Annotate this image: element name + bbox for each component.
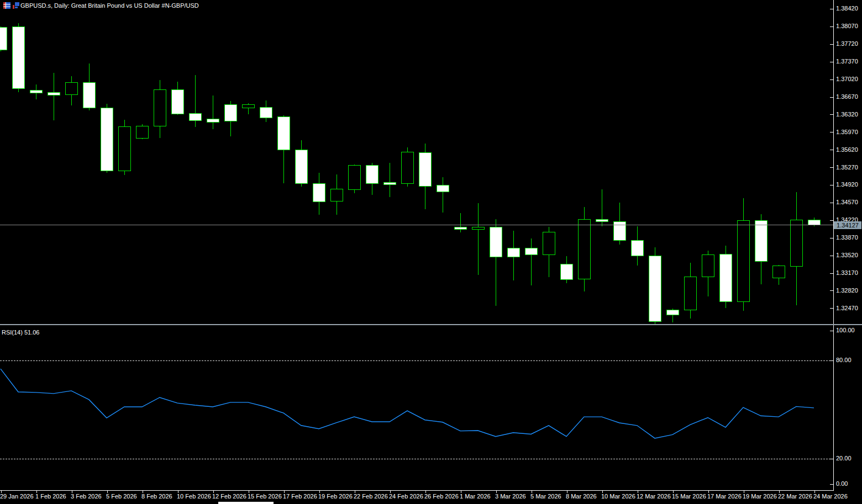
price-axis[interactable] [833,0,862,490]
rsi-indicator-label: RSI(14) 51.06 [2,329,39,336]
main-chart-area[interactable] [0,11,833,324]
current-price-value: 1.34127 [837,222,859,229]
chart-header: GBPUSD.s, Daily: Great Britain Pound vs … [0,0,862,11]
rsi-window-area[interactable] [0,327,833,490]
window-separator[interactable] [0,324,862,325]
time-axis[interactable] [0,490,833,504]
chart-window: 1.384201.380701.377201.373701.370201.366… [0,0,862,504]
current-price-label: 1.34127 [834,221,861,229]
chart-scrollbar-thumb[interactable] [218,502,274,504]
chart-title: GBPUSD.s, Daily: Great Britain Pound vs … [20,2,199,9]
